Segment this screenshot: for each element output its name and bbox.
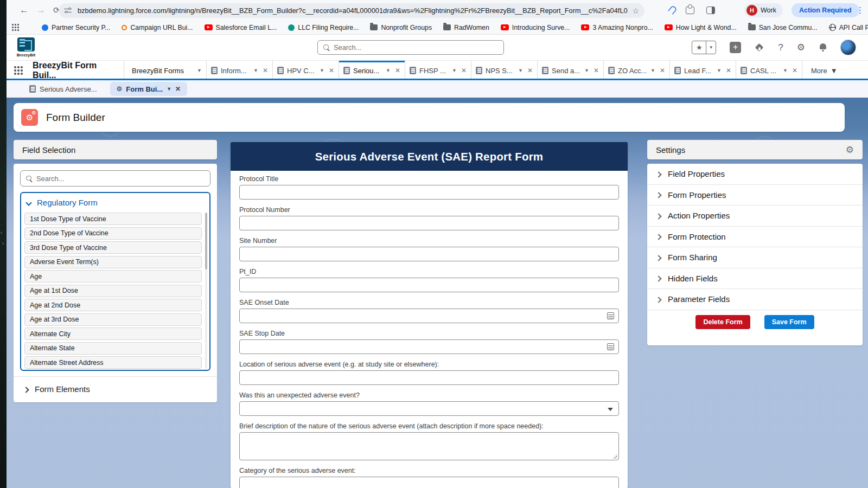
action-required-button[interactable]: Action Required <box>792 3 859 17</box>
calendar-icon[interactable] <box>607 343 614 350</box>
breezybit-logo[interactable]: BreezyBit <box>14 37 38 58</box>
favorite-caret-icon[interactable]: ▼ <box>706 41 716 54</box>
text-input[interactable] <box>239 278 619 292</box>
url-text[interactable]: bzbdemo.lightning.force.com/lightning/n/… <box>78 7 628 15</box>
textarea-input[interactable] <box>239 432 619 460</box>
browser-menu-icon[interactable]: ⋮ <box>856 5 864 15</box>
tab-breezybit-forms[interactable]: BreezyBit Forms▼ <box>124 61 206 80</box>
bookmark-item[interactable]: API Call Purchase <box>829 24 868 31</box>
subtab-form-builder-active[interactable]: ⚙ Form Bui... ▼ ✕ <box>110 82 188 96</box>
field-list-item[interactable]: 1st Dose Type of Vaccine <box>24 213 202 225</box>
address-bar[interactable]: bzbdemo.lightning.force.com/lightning/n/… <box>59 3 644 18</box>
close-icon[interactable]: ✕ <box>395 67 400 74</box>
form-elements-accordion[interactable]: Form Elements <box>20 377 210 394</box>
bookmark-item[interactable]: 3 Amazing Nonpro... <box>581 24 653 31</box>
chevron-down-icon[interactable]: ▼ <box>584 68 589 73</box>
field-list-item[interactable]: Alternate State <box>24 342 202 355</box>
field-list-item[interactable]: Alternate Street Address <box>24 356 202 369</box>
chevron-down-icon[interactable]: ▼ <box>320 68 324 73</box>
field-list-item[interactable]: Age at 3rd Dose <box>24 313 202 326</box>
chevron-down-icon[interactable]: ▼ <box>253 68 258 73</box>
notifications-bell-icon[interactable] <box>819 43 827 52</box>
tab-fhsp[interactable]: FHSP ...▼✕ <box>405 61 471 80</box>
close-icon[interactable]: ✕ <box>792 67 797 74</box>
browser-profile-chip[interactable]: H Work <box>744 3 783 17</box>
close-icon[interactable]: ✕ <box>593 67 599 74</box>
side-panel-icon[interactable] <box>706 7 715 14</box>
back-icon[interactable]: ← <box>20 0 29 21</box>
text-input[interactable] <box>239 477 619 488</box>
setup-gear-icon[interactable]: ⚙ <box>797 42 805 53</box>
bookmark-item[interactable]: How Light & Wond... <box>665 24 737 31</box>
resize-grip-icon[interactable] <box>612 454 617 459</box>
chevron-down-icon[interactable]: ▼ <box>518 68 523 73</box>
settings-section-parameter-fields[interactable]: Parameter Fields <box>647 289 863 310</box>
bookmark-folder[interactable]: RadWomen <box>443 24 489 31</box>
chevron-down-icon[interactable]: ▼ <box>717 68 722 73</box>
close-icon[interactable]: ✕ <box>263 67 268 74</box>
settings-section-field-properties[interactable]: Field Properties <box>647 164 863 185</box>
settings-gear-icon[interactable]: ⚙ <box>846 144 854 156</box>
settings-section-form-properties[interactable]: Form Properties <box>647 185 863 206</box>
text-input[interactable] <box>239 247 619 261</box>
tab-send[interactable]: Send a...▼✕ <box>537 61 603 80</box>
favorite-star-icon[interactable]: ★ <box>692 41 706 54</box>
bookmark-item[interactable]: Introducing Surve... <box>501 24 570 31</box>
help-icon[interactable]: ? <box>778 42 783 53</box>
close-icon[interactable]: ✕ <box>527 67 533 74</box>
field-list-item[interactable]: Age <box>24 270 202 282</box>
date-input[interactable] <box>239 309 619 323</box>
settings-section-action-properties[interactable]: Action Properties <box>647 206 863 227</box>
calendar-icon[interactable] <box>607 312 614 319</box>
chevron-down-icon[interactable]: ▼ <box>197 68 202 73</box>
field-search-input[interactable]: Search... <box>20 170 210 187</box>
field-list-item[interactable]: Age at 1st Dose <box>24 285 202 297</box>
extensions-puzzle-icon[interactable] <box>686 7 694 14</box>
settings-section-form-sharing[interactable]: Form Sharing <box>647 247 863 268</box>
bookmark-item[interactable]: Partner Security P... <box>42 24 110 31</box>
chevron-down-icon[interactable]: ▼ <box>386 68 391 73</box>
close-icon[interactable]: ✕ <box>461 67 467 74</box>
favorites-control[interactable]: ★ ▼ <box>692 41 716 54</box>
trailhead-icon[interactable] <box>755 43 764 52</box>
regulatory-form-header[interactable]: Regulatory Form <box>21 193 209 211</box>
tab-casl[interactable]: CASL ...▼✕ <box>736 61 802 80</box>
bookmark-folder[interactable]: San Jose Commu... <box>748 24 818 31</box>
tab-lead[interactable]: Lead F...▼✕ <box>669 61 736 80</box>
tab-serious-active[interactable]: Seriou...▼✕ <box>339 61 405 80</box>
subtab-serious-adverse[interactable]: Serious Adverse... <box>23 82 104 96</box>
quick-create-icon[interactable]: + <box>730 42 741 53</box>
extension-clip-icon[interactable] <box>669 6 676 14</box>
save-form-button[interactable]: Save Form <box>764 315 814 329</box>
list-scrollbar[interactable] <box>205 213 207 369</box>
date-input[interactable] <box>239 339 619 354</box>
bookmark-item[interactable]: Salesforce Email L... <box>205 24 277 31</box>
chevron-down-icon[interactable]: ▼ <box>452 68 457 73</box>
chevron-down-icon[interactable]: ▼ <box>650 68 655 73</box>
tab-nps[interactable]: NPS S...▼✕ <box>471 61 537 80</box>
field-list-item[interactable]: Alternate City <box>24 328 202 340</box>
bookmark-item[interactable]: LLC Filing Require... <box>288 24 359 31</box>
chevron-down-icon[interactable]: ▼ <box>783 68 788 73</box>
global-search-input[interactable]: Search... <box>317 40 504 55</box>
close-icon[interactable]: ✕ <box>329 67 334 74</box>
close-icon[interactable]: ✕ <box>726 67 731 74</box>
bookmark-folder[interactable]: Nonprofit Groups <box>370 24 432 31</box>
forward-icon[interactable]: → <box>36 0 46 21</box>
app-launcher-icon[interactable] <box>7 61 30 80</box>
delete-form-button[interactable]: Delete Form <box>695 315 750 329</box>
text-input[interactable] <box>239 216 619 230</box>
text-input[interactable] <box>239 185 619 200</box>
user-avatar[interactable] <box>840 40 856 55</box>
field-list-item[interactable]: 3rd Dose Type of Vaccine <box>24 241 202 254</box>
chevron-down-icon[interactable]: ▼ <box>167 86 171 92</box>
text-input[interactable] <box>239 370 619 385</box>
close-icon[interactable]: ✕ <box>660 67 665 74</box>
tab-hpv[interactable]: HPV C...▼✕ <box>272 61 339 80</box>
tab-information[interactable]: Inform...▼✕ <box>206 61 272 80</box>
bookmark-item[interactable]: Campaign URL Bui... <box>122 24 193 31</box>
field-list-item[interactable]: Age at 2nd Dose <box>24 299 202 311</box>
site-settings-icon[interactable] <box>64 8 73 14</box>
settings-section-form-protection[interactable]: Form Protection <box>647 227 863 248</box>
select-input[interactable] <box>239 401 619 416</box>
